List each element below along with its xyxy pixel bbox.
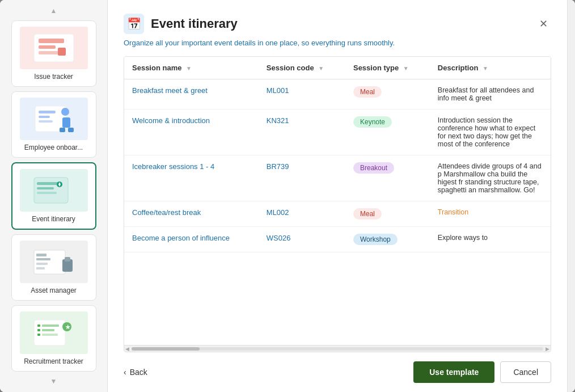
session-code-cell: BR739 xyxy=(259,155,345,201)
sidebar-scroll-up[interactable]: ▲ xyxy=(50,6,57,16)
sidebar-label-employee-onboarding: Employee onboar... xyxy=(24,144,83,151)
page-title: Event itinerary xyxy=(151,16,238,31)
table-row: Become a person of influenceWS026Worksho… xyxy=(124,227,551,252)
cancel-button[interactable]: Cancel xyxy=(500,361,551,383)
thumb-employee-onboarding xyxy=(20,98,88,140)
back-arrow-icon: ‹ xyxy=(124,368,126,377)
svg-point-9 xyxy=(61,108,69,116)
session-type-cell: Breakout xyxy=(345,155,430,201)
hscroll-track xyxy=(132,347,543,351)
hscroll-left-arrow[interactable]: ◀ xyxy=(125,346,129,352)
svg-rect-14 xyxy=(37,182,60,185)
table-scroll[interactable]: Session name ▼ Session code ▼ Session ty… xyxy=(124,57,551,345)
session-code-cell: ML002 xyxy=(259,201,345,227)
back-label: Back xyxy=(130,368,147,377)
session-type-cell: Workshop xyxy=(345,227,430,252)
svg-rect-11 xyxy=(60,128,65,132)
session-code-cell: KN321 xyxy=(259,109,345,155)
session-name-link[interactable]: Breakfast meet & greet xyxy=(132,86,208,95)
svg-rect-31 xyxy=(37,334,40,336)
sort-icon-session-code: ▼ xyxy=(318,65,324,71)
svg-rect-8 xyxy=(39,120,53,123)
svg-rect-22 xyxy=(36,263,48,265)
back-button[interactable]: ‹ Back xyxy=(124,368,147,377)
svg-rect-20 xyxy=(36,254,46,256)
col-description[interactable]: Description ▼ xyxy=(430,57,551,79)
use-template-button[interactable]: Use template xyxy=(413,361,494,383)
sidebar-item-issue-tracker[interactable]: Issue tracker xyxy=(11,20,96,87)
template-sidebar: ▲ Issue tracker xyxy=(0,0,108,392)
close-button[interactable]: ✕ xyxy=(535,16,551,32)
thumb-issue-tracker xyxy=(20,27,88,69)
sidebar-label-issue-tracker: Issue tracker xyxy=(34,73,73,81)
right-edge xyxy=(567,0,575,392)
session-type-badge: Meal xyxy=(353,208,382,220)
table-row: Welcome & introductionKN321KeynoteIntrod… xyxy=(124,109,551,155)
calendar-icon: 📅 xyxy=(124,14,144,34)
session-type-cell: Meal xyxy=(345,201,430,227)
description-cell: Transition xyxy=(430,201,551,227)
svg-rect-25 xyxy=(65,257,70,262)
sidebar-item-event-itinerary[interactable]: Event itinerary xyxy=(11,162,96,230)
sidebar-item-employee-onboarding[interactable]: Employee onboar... xyxy=(11,91,96,158)
session-type-cell: Meal xyxy=(345,79,430,109)
svg-rect-12 xyxy=(68,128,74,132)
sort-icon-session-type: ▼ xyxy=(403,65,409,71)
horizontal-scrollbar[interactable]: ◀ ▶ xyxy=(124,345,551,352)
session-name-link[interactable]: Become a person of influence xyxy=(132,234,230,242)
thumb-asset-manager xyxy=(20,241,88,283)
svg-rect-32 xyxy=(42,334,58,336)
header-title-group: 📅 Event itinerary xyxy=(124,14,238,34)
svg-rect-30 xyxy=(42,329,54,331)
table-row: Coffee/tea/rest breakML002MealTransition xyxy=(124,201,551,227)
session-name-link[interactable]: Welcome & introduction xyxy=(132,116,210,125)
svg-rect-1 xyxy=(39,39,64,43)
svg-rect-10 xyxy=(62,117,70,128)
svg-rect-27 xyxy=(37,324,40,327)
session-type-badge: Keynote xyxy=(353,116,392,128)
svg-rect-16 xyxy=(37,192,57,194)
sidebar-item-asset-manager[interactable]: Asset manager xyxy=(11,234,96,301)
session-name-link[interactable]: Icebreaker sessions 1 - 4 xyxy=(132,162,214,171)
sidebar-scroll-down[interactable]: ▼ xyxy=(50,376,57,386)
col-session-type[interactable]: Session type ▼ xyxy=(345,57,430,79)
session-type-cell: Keynote xyxy=(345,109,430,155)
col-session-name[interactable]: Session name ▼ xyxy=(124,57,259,79)
svg-rect-21 xyxy=(36,258,50,260)
svg-rect-26 xyxy=(34,320,65,345)
main-content: 📅 Event itinerary ✕ Organize all your im… xyxy=(108,0,567,392)
sidebar-item-recruitment-tracker[interactable]: ★ Recruitment tracker xyxy=(11,305,96,372)
session-name-link[interactable]: Coffee/tea/rest break xyxy=(132,208,201,217)
session-code-cell: ML001 xyxy=(259,79,345,109)
svg-rect-29 xyxy=(37,329,40,331)
svg-rect-6 xyxy=(39,111,56,113)
svg-rect-4 xyxy=(58,48,66,56)
svg-rect-7 xyxy=(39,116,50,118)
session-type-badge: Breakout xyxy=(353,162,394,174)
table-container: Session name ▼ Session code ▼ Session ty… xyxy=(124,56,551,352)
sidebar-label-asset-manager: Asset manager xyxy=(31,286,77,294)
sort-icon-session-name: ▼ xyxy=(186,65,192,71)
description-cell: Introduction session the conference how … xyxy=(430,109,551,155)
description-cell: Explore ways to xyxy=(430,227,551,252)
table-row: Icebreaker sessions 1 - 4BR739BreakoutAt… xyxy=(124,155,551,201)
svg-rect-13 xyxy=(34,178,68,203)
description-cell: Breakfast for all attendees and info mee… xyxy=(430,79,551,109)
action-buttons: Use template Cancel xyxy=(413,361,551,383)
subtitle: Organize all your important event detail… xyxy=(124,39,551,47)
description-cell: Attendees divide groups of 4 and p Marsh… xyxy=(430,155,551,201)
col-session-code[interactable]: Session code ▼ xyxy=(259,57,345,79)
sidebar-label-event-itinerary: Event itinerary xyxy=(32,215,75,223)
svg-rect-28 xyxy=(42,324,59,327)
hscroll-right-arrow[interactable]: ▶ xyxy=(546,346,549,352)
svg-rect-23 xyxy=(36,267,45,269)
svg-text:★: ★ xyxy=(65,324,71,330)
thumb-recruitment-tracker: ★ xyxy=(20,311,88,354)
sort-icon-description: ▼ xyxy=(483,65,488,71)
header: 📅 Event itinerary ✕ xyxy=(124,14,551,34)
sessions-table: Session name ▼ Session code ▼ Session ty… xyxy=(124,57,551,252)
sidebar-label-recruitment-tracker: Recruitment tracker xyxy=(24,357,83,365)
svg-rect-15 xyxy=(37,187,54,189)
thumb-event-itinerary xyxy=(20,169,88,212)
bottom-bar: ‹ Back Use template Cancel xyxy=(124,352,551,392)
